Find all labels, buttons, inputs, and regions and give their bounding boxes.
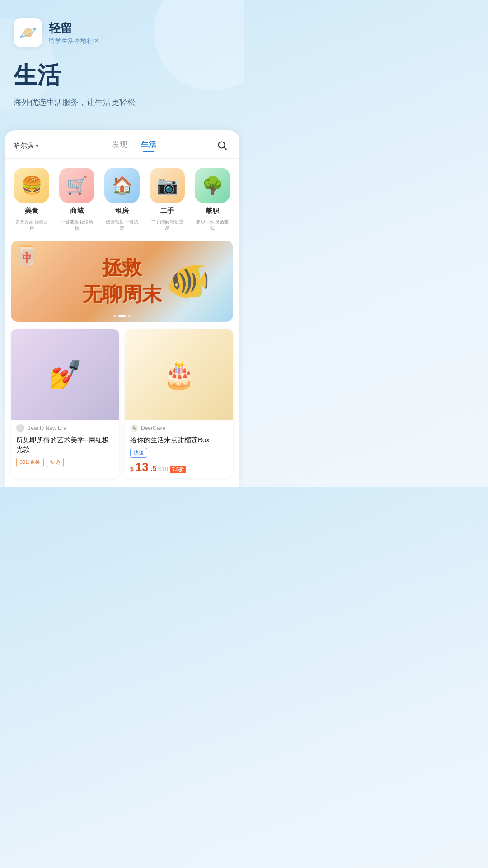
food-desc: 美食探索·优惠团购 <box>14 219 49 231</box>
rent-emoji: 🏠 <box>112 175 133 195</box>
product-info-nails: ⚪ Beauty New Era 所见即所得的艺术美学--网红极光款 30日退换… <box>11 420 119 475</box>
tag-express-cake: 快递 <box>130 448 147 458</box>
dot-2 <box>118 315 126 317</box>
food-label: 美食 <box>25 207 38 215</box>
food-emoji: 🍔 <box>21 175 42 195</box>
product-title-nails: 所见即所得的艺术美学--网红极光款 <box>16 435 114 454</box>
banner-text: 拯救无聊周末 <box>82 255 162 308</box>
product-image-nails: 💅 <box>11 329 119 420</box>
nav-bar: 哈尔滨 ▾ 发现 生活 <box>5 130 239 159</box>
shop-icon-wrap: 🛒 <box>59 168 94 203</box>
banner-dots <box>113 315 131 317</box>
search-button[interactable] <box>214 137 230 154</box>
banner-deco-mahjong: 🀄 <box>15 245 38 266</box>
banner-deco-fish: 🐠 <box>152 241 224 322</box>
second-icon-wrap: 📷 <box>150 168 185 203</box>
rent-icon-wrap: 🏠 <box>104 168 140 203</box>
product-seller-cake: 🦌 DeerCake <box>130 424 228 432</box>
seller-avatar-cake: 🦌 <box>130 424 138 432</box>
page-title: 生活 <box>14 60 230 91</box>
rent-desc: 便捷租房·一键搞定 <box>104 219 140 231</box>
search-icon <box>217 141 227 151</box>
category-rent[interactable]: 🏠 租房 便捷租房·一键搞定 <box>104 168 140 231</box>
tag-return: 30日退换 <box>16 458 44 467</box>
second-emoji: 📷 <box>157 175 178 195</box>
app-logo: 🪐 <box>14 18 42 47</box>
product-price-cake: $ 13 .5 $18 7.5折 <box>130 461 228 473</box>
category-food[interactable]: 🍔 美食 美食探索·优惠团购 <box>14 168 49 231</box>
product-image-cake: 🎂 <box>125 329 233 420</box>
svg-line-1 <box>224 147 227 150</box>
banner-image: 🀄 拯救无聊周末 🐠 <box>11 241 233 322</box>
nav-location[interactable]: 哈尔滨 ▾ <box>14 142 54 150</box>
shop-emoji: 🛒 <box>66 175 88 195</box>
food-icon-wrap: 🍔 <box>14 168 49 203</box>
dot-1 <box>113 315 116 317</box>
job-emoji: 🌳 <box>202 175 223 195</box>
job-icon-wrap: 🌳 <box>195 168 230 203</box>
nav-tabs: 发现 生活 <box>54 139 214 152</box>
category-job[interactable]: 🌳 兼职 兼职工作·灵活赚钱 <box>195 168 230 231</box>
product-card-cake[interactable]: 🎂 🦌 DeerCake 给你的生活来点甜榴莲Box 快递 $ 13 .5 $1… <box>125 329 233 478</box>
seller-avatar-nails: ⚪ <box>16 424 24 432</box>
product-tags-cake: 快递 <box>130 448 228 458</box>
job-desc: 兼职工作·灵活赚钱 <box>195 219 230 231</box>
app-brand: 🪐 轻留 留学生活本地社区 <box>14 18 230 47</box>
seller-name-nails: Beauty New Era <box>27 425 66 431</box>
logo-emoji: 🪐 <box>19 24 37 41</box>
page-subtitle: 海外优选生活服务，让生活更轻松 <box>14 97 230 108</box>
price-symbol-cake: $ <box>130 465 134 472</box>
shop-desc: 一键选购·轻松购物 <box>59 219 94 231</box>
chevron-down-icon: ▾ <box>36 142 38 149</box>
dot-3 <box>128 315 131 317</box>
products-grid: 💅 ⚪ Beauty New Era 所见即所得的艺术美学--网红极光款 30日… <box>5 329 239 478</box>
location-text: 哈尔滨 <box>14 142 34 150</box>
app-name: 轻留 <box>49 20 99 36</box>
app-tagline: 留学生活本地社区 <box>49 37 99 45</box>
product-info-cake: 🦌 DeerCake 给你的生活来点甜榴莲Box 快递 $ 13 .5 $18 … <box>125 420 233 478</box>
app-brand-text: 轻留 留学生活本地社区 <box>49 20 99 45</box>
main-card: 哈尔滨 ▾ 发现 生活 🍔 美食 美食探索·优惠团购 🛒 商城 <box>5 130 239 487</box>
job-label: 兼职 <box>206 207 219 215</box>
seller-name-cake: DeerCake <box>141 425 165 431</box>
tab-discover[interactable]: 发现 <box>112 139 127 152</box>
product-title-cake: 给你的生活来点甜榴莲Box <box>130 435 228 444</box>
tag-express-nails: 快递 <box>47 458 64 467</box>
product-card-nails[interactable]: 💅 ⚪ Beauty New Era 所见即所得的艺术美学--网红极光款 30日… <box>11 329 119 478</box>
shop-label: 商城 <box>70 207 84 215</box>
category-second[interactable]: 📷 二手 二手好物·轻松交易 <box>150 168 185 231</box>
price-discount-cake: 7.5折 <box>170 466 186 473</box>
category-shop[interactable]: 🛒 商城 一键选购·轻松购物 <box>59 168 94 231</box>
price-original-cake: $18 <box>158 466 168 472</box>
rent-label: 租房 <box>115 207 129 215</box>
header-section: 🪐 轻留 留学生活本地社区 生活 海外优选生活服务，让生活更轻松 <box>0 0 244 130</box>
product-tags-nails: 30日退换 快递 <box>16 458 114 467</box>
second-label: 二手 <box>160 207 174 215</box>
categories-section: 🍔 美食 美食探索·优惠团购 🛒 商城 一键选购·轻松购物 🏠 租房 便捷租房·… <box>5 159 239 241</box>
second-desc: 二手好物·轻松交易 <box>150 219 185 231</box>
price-decimal-cake: .5 <box>150 465 156 473</box>
tab-life[interactable]: 生活 <box>141 139 156 152</box>
product-seller-nails: ⚪ Beauty New Era <box>16 424 114 432</box>
price-main-cake: 13 <box>136 461 149 473</box>
banner[interactable]: 🀄 拯救无聊周末 🐠 <box>11 241 233 322</box>
